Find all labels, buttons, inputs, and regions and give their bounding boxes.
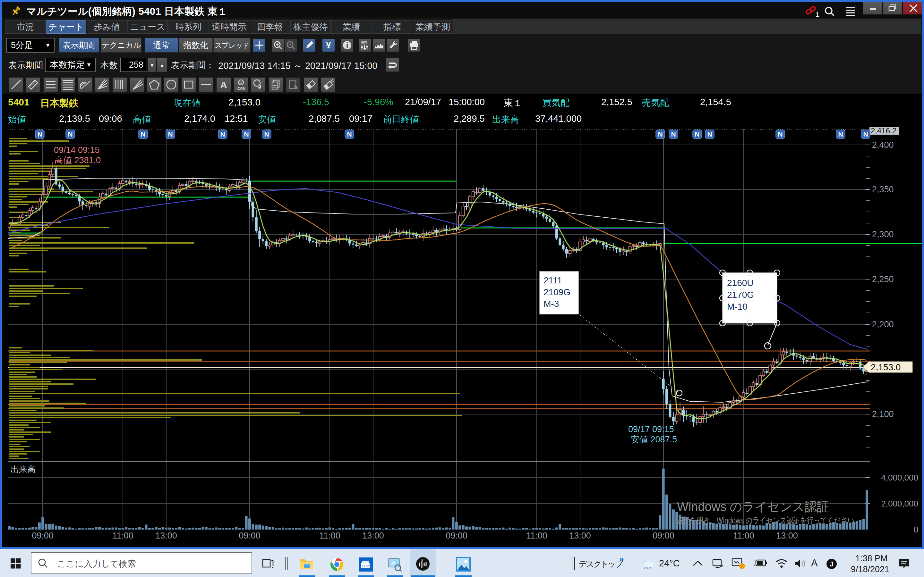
svg-text:2160U: 2160U [727,278,754,288]
svg-text:13:00: 13:00 [155,531,177,540]
svg-text:2170G: 2170G [727,290,754,300]
svg-text:13:00: 13:00 [569,531,591,540]
svg-text:N: N [778,131,782,138]
svg-text:2,153.0: 2,153.0 [871,362,901,372]
svg-text:12:00: 12:00 [362,565,369,568]
svg-text:A: A [331,78,334,83]
svg-text:2,350: 2,350 [872,185,894,194]
svg-text:MY: MY [361,40,368,45]
svg-text:2,000,000: 2,000,000 [881,499,918,508]
svg-text:0: 0 [914,525,918,534]
svg-text:4,000,000: 4,000,000 [881,473,918,482]
svg-text:ICON: ICON [236,87,246,90]
svg-text:09/14 09:15: 09/14 09:15 [54,145,100,155]
svg-text:i: i [346,41,349,50]
svg-text:2,400: 2,400 [872,140,894,150]
svg-text:13:00: 13:00 [776,531,798,540]
svg-text:09/17 09:15: 09/17 09:15 [628,424,674,434]
svg-text:高値 2381.0: 高値 2381.0 [55,155,101,165]
svg-text:09:00: 09:00 [446,531,467,540]
svg-text:設定を開き、Windows のライセンス認証を行ってください: 設定を開き、Windows のライセンス認証を行ってください。 [676,516,861,525]
svg-text:N: N [244,131,249,138]
svg-text:13:00: 13:00 [362,531,384,540]
svg-text:¥: ¥ [326,40,331,50]
svg-text:2,300: 2,300 [872,229,894,239]
svg-text:N: N [168,131,173,138]
svg-text:N: N [264,131,269,138]
svg-text:11:00: 11:00 [112,531,134,540]
svg-text:09:00: 09:00 [653,531,674,540]
svg-text:N: N [347,131,352,138]
svg-text:N: N [671,131,676,138]
svg-text:Windows のライセンス認証: Windows のライセンス認証 [677,500,829,514]
svg-text:11:00: 11:00 [526,531,548,540]
svg-text:09:00: 09:00 [32,531,53,540]
svg-text:J: J [830,560,834,568]
svg-text:N: N [838,131,843,138]
svg-text:N: N [220,131,225,138]
svg-text:1: 1 [816,11,819,18]
svg-text:09:00: 09:00 [239,531,260,540]
svg-text:安値 2087.5: 安値 2087.5 [631,435,677,444]
svg-text:N: N [695,131,699,138]
svg-text:2,200: 2,200 [872,319,894,329]
svg-text:N: N [707,131,712,138]
svg-text:N: N [68,131,73,138]
svg-text:N: N [141,131,145,138]
svg-text:M-3: M-3 [543,299,559,309]
svg-text:A: A [220,79,227,90]
svg-text:2,100: 2,100 [872,409,894,419]
svg-text:11:00: 11:00 [733,531,754,540]
svg-text:2109G: 2109G [543,287,570,297]
svg-text:2111: 2111 [543,276,562,285]
svg-text:N: N [658,131,662,138]
svg-text:2,250: 2,250 [872,274,894,284]
svg-text:2,416.2: 2,416.2 [871,127,897,135]
svg-text:出来高: 出来高 [11,464,36,474]
svg-text:N: N [37,131,42,138]
svg-text:N: N [863,131,868,138]
svg-text:M-10: M-10 [727,301,748,311]
svg-text:11:00: 11:00 [319,531,341,540]
